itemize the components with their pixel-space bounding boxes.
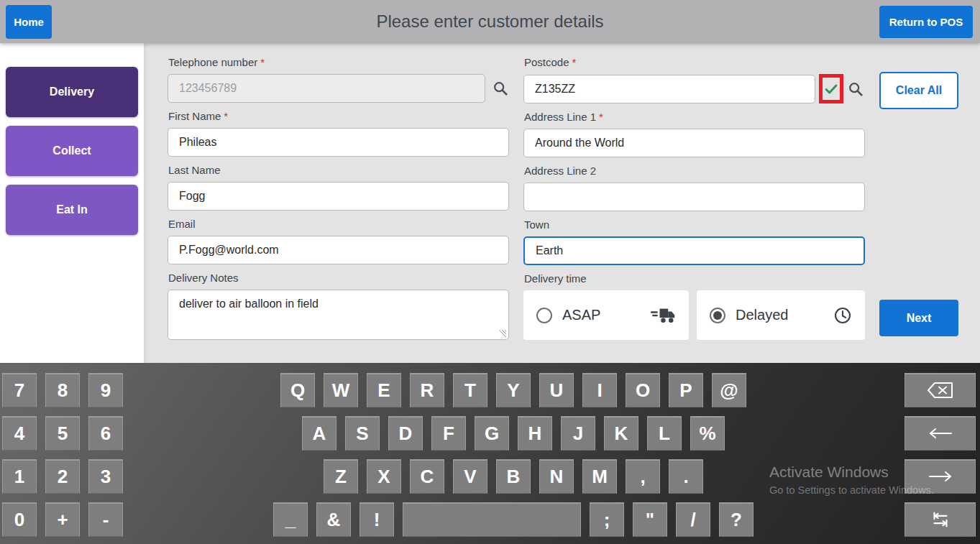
search-icon[interactable] bbox=[493, 80, 508, 96]
key-"[interactable]: " bbox=[633, 502, 667, 537]
required-asterisk: * bbox=[572, 56, 577, 68]
form-column-left: Telephone number* First Name* Last Name … bbox=[168, 55, 509, 346]
key-backspace[interactable] bbox=[905, 373, 976, 407]
key-tab[interactable] bbox=[905, 502, 976, 537]
sidebar-item-eat-in[interactable]: Eat In bbox=[6, 185, 138, 235]
key-/[interactable]: / bbox=[676, 502, 710, 537]
key-space[interactable] bbox=[403, 502, 581, 537]
resize-handle[interactable] bbox=[499, 330, 506, 337]
return-to-pos-button[interactable]: Return to POS bbox=[879, 6, 973, 38]
key-1[interactable]: 1 bbox=[2, 459, 37, 494]
required-asterisk: * bbox=[260, 56, 265, 68]
key-Z[interactable]: Z bbox=[324, 459, 358, 494]
key-4[interactable]: 4 bbox=[2, 416, 37, 451]
key-G[interactable]: G bbox=[475, 416, 509, 451]
key-W[interactable]: W bbox=[324, 373, 358, 407]
key--[interactable]: - bbox=[88, 502, 123, 537]
last-name-input[interactable] bbox=[168, 182, 509, 211]
address2-input[interactable] bbox=[523, 183, 865, 211]
town-input[interactable] bbox=[523, 236, 865, 265]
key-I[interactable]: I bbox=[582, 373, 617, 407]
key-X[interactable]: X bbox=[367, 459, 401, 494]
key-F[interactable]: F bbox=[431, 416, 466, 451]
arrow-left-icon bbox=[928, 428, 953, 439]
key-J[interactable]: J bbox=[561, 416, 595, 451]
key-?[interactable]: ? bbox=[719, 502, 754, 537]
key-.[interactable]: . bbox=[669, 459, 703, 494]
key-5[interactable]: 5 bbox=[45, 416, 80, 451]
key-;[interactable]: ; bbox=[590, 502, 624, 537]
delayed-option[interactable]: Delayed bbox=[697, 290, 865, 340]
clear-all-button[interactable]: Clear All bbox=[879, 72, 958, 109]
key-,[interactable]: , bbox=[626, 459, 660, 494]
key-K[interactable]: K bbox=[604, 416, 638, 451]
key-C[interactable]: C bbox=[410, 459, 444, 494]
key-9[interactable]: 9 bbox=[88, 373, 123, 407]
header-bar: Please enter customer details Home Retur… bbox=[0, 0, 980, 43]
first-name-input[interactable] bbox=[168, 128, 509, 157]
search-icon[interactable] bbox=[848, 81, 864, 97]
delayed-radio[interactable] bbox=[710, 308, 725, 323]
key-3[interactable]: 3 bbox=[88, 459, 123, 494]
key-N[interactable]: N bbox=[539, 459, 574, 494]
key-R[interactable]: R bbox=[410, 373, 444, 407]
next-button[interactable]: Next bbox=[879, 300, 958, 336]
customer-details-form: Telephone number* First Name* Last Name … bbox=[144, 43, 980, 363]
key-Y[interactable]: Y bbox=[496, 373, 531, 407]
postcode-input[interactable] bbox=[523, 75, 815, 103]
page-title: Please enter customer details bbox=[0, 0, 980, 43]
key-+[interactable]: + bbox=[45, 502, 80, 537]
postcode-label: Postcode* bbox=[524, 55, 865, 70]
arrow-right-icon bbox=[928, 471, 953, 482]
telephone-input[interactable] bbox=[168, 74, 485, 103]
asap-label: ASAP bbox=[562, 307, 650, 323]
key-V[interactable]: V bbox=[453, 459, 487, 494]
asap-option[interactable]: ASAP bbox=[523, 290, 689, 340]
keyboard-row-3: ZXCVBNM,. bbox=[324, 459, 703, 494]
delivery-notes-input[interactable]: deliver to air balloon in field bbox=[168, 290, 509, 340]
email-input[interactable] bbox=[168, 236, 509, 264]
key-7[interactable]: 7 bbox=[2, 373, 37, 407]
email-label: Email bbox=[168, 217, 509, 231]
key-arrow-right[interactable] bbox=[905, 459, 976, 494]
key-O[interactable]: O bbox=[626, 373, 660, 407]
sidebar-item-collect[interactable]: Collect bbox=[6, 126, 138, 176]
delivery-notes-label: Delivery Notes bbox=[168, 271, 509, 285]
key-A[interactable]: A bbox=[302, 416, 336, 451]
key-T[interactable]: T bbox=[453, 373, 487, 407]
postcode-field-row: Postcode* bbox=[523, 55, 865, 103]
key-2[interactable]: 2 bbox=[45, 459, 80, 494]
key-arrow-left[interactable] bbox=[905, 416, 976, 451]
key-&[interactable]: & bbox=[316, 502, 351, 537]
home-button[interactable]: Home bbox=[6, 5, 52, 39]
key-_[interactable]: _ bbox=[273, 502, 308, 537]
address1-input[interactable] bbox=[523, 129, 865, 157]
telephone-label: Telephone number* bbox=[168, 55, 509, 70]
key-H[interactable]: H bbox=[518, 416, 552, 451]
first-name-label: First Name* bbox=[168, 109, 509, 124]
key-P[interactable]: P bbox=[669, 373, 703, 407]
key-@[interactable]: @ bbox=[712, 373, 746, 407]
key-D[interactable]: D bbox=[388, 416, 423, 451]
key-0[interactable]: 0 bbox=[2, 502, 37, 537]
key-U[interactable]: U bbox=[539, 373, 574, 407]
key-L[interactable]: L bbox=[647, 416, 682, 451]
key-E[interactable]: E bbox=[367, 373, 401, 407]
form-column-right: Postcode* Address Line 1* Address Line 2… bbox=[523, 55, 865, 346]
order-type-sidebar: Delivery Collect Eat In bbox=[0, 43, 144, 363]
address2-label: Address Line 2 bbox=[524, 164, 865, 178]
key-M[interactable]: M bbox=[582, 459, 617, 494]
sidebar-item-delivery[interactable]: Delivery bbox=[6, 67, 138, 117]
key-S[interactable]: S bbox=[345, 416, 380, 451]
key-8[interactable]: 8 bbox=[45, 373, 80, 407]
postcode-valid-highlight-box bbox=[819, 74, 843, 103]
key-Q[interactable]: Q bbox=[280, 373, 315, 407]
on-screen-keyboard: 7894561230+- QWERTYUIOP@ ASDFGHJKL% ZXCV… bbox=[0, 363, 980, 544]
keyboard-row-1: QWERTYUIOP@ bbox=[280, 373, 746, 407]
key-6[interactable]: 6 bbox=[88, 416, 123, 451]
key-![interactable]: ! bbox=[360, 502, 394, 537]
key-%[interactable]: % bbox=[690, 416, 725, 451]
key-B[interactable]: B bbox=[496, 459, 531, 494]
address2-field-row: Address Line 2 bbox=[523, 164, 865, 211]
asap-radio[interactable] bbox=[536, 308, 552, 323]
